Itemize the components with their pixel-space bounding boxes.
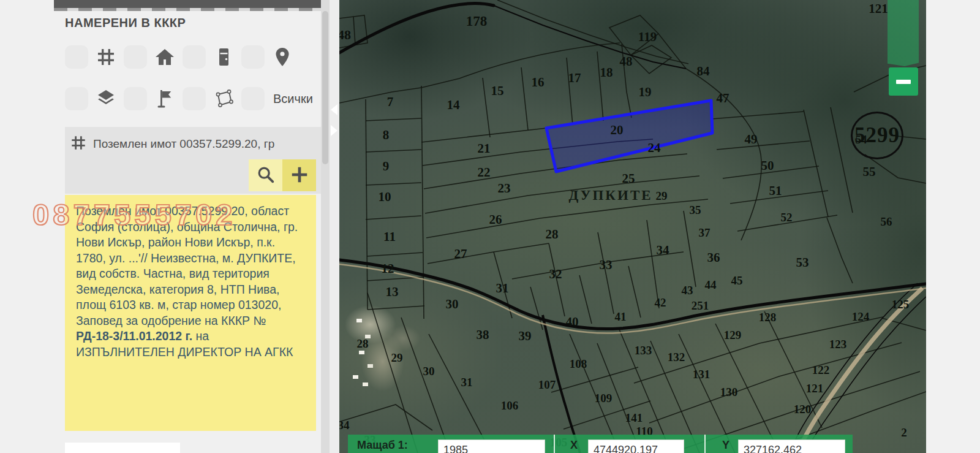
parcel-number-label: 31 <box>461 376 473 389</box>
y-label: Y <box>722 439 729 452</box>
parcel-group-number: 5299 <box>854 123 900 148</box>
search-results-sidebar: НАМЕРЕНИ В КККР <box>0 0 330 453</box>
y-coordinate-input[interactable] <box>738 440 845 453</box>
parcel-group-circle: 5299 <box>851 112 903 159</box>
parcel-number-label: 26 <box>489 212 502 227</box>
parcel-number-label: 43 <box>682 284 693 297</box>
add-parcel-button[interactable] <box>282 159 316 191</box>
partial-card <box>65 443 180 453</box>
checkbox-polygons[interactable] <box>183 87 206 110</box>
parcel-number-label: 10 <box>379 189 391 205</box>
parcel-number-label: 47 <box>717 91 729 106</box>
parcel-number-label: 17 <box>568 70 581 86</box>
scale-input[interactable] <box>438 440 545 453</box>
parcel-number-label: 37 <box>699 226 710 240</box>
grid-icon <box>70 134 87 154</box>
parcel-number-label: 16 <box>532 75 545 90</box>
locate-parcel-button[interactable] <box>249 159 282 191</box>
parcel-number-label: 27 <box>454 246 467 262</box>
parcel-number-label: 9 <box>383 159 390 174</box>
parcel-number-label: 29 <box>656 189 668 203</box>
parcel-number-label: 41 <box>615 310 627 324</box>
parcel-number-label: 19 <box>639 85 652 100</box>
parcel-number-label: 8 <box>383 128 390 143</box>
parcel-number-label: 56 <box>881 215 892 229</box>
parcel-number-label: 20 <box>611 123 624 138</box>
parcel-number-label: 131 <box>693 368 710 381</box>
parcel-number-label: 38 <box>477 327 489 343</box>
parcel-number-label: 15 <box>491 83 504 99</box>
parcel-number-label: 40 <box>566 314 579 330</box>
parcel-number-label: 53 <box>796 255 809 270</box>
found-in-kkkr-header: НАМЕРЕНИ В КККР <box>65 16 186 30</box>
order-number: РД-18-3/11.01.2012 г. <box>76 329 192 343</box>
parcel-number-label: 141 <box>625 411 643 425</box>
satellite-map[interactable]: 4817811912148841516171819477148212024499… <box>339 0 926 453</box>
parcel-number-label: 51 <box>769 183 782 199</box>
grid-icon <box>94 45 118 69</box>
zoom-out-button[interactable] <box>889 67 918 96</box>
parcel-number-label: 132 <box>668 351 685 364</box>
parcel-number-label: 108 <box>570 357 587 371</box>
result-buttons <box>249 159 316 191</box>
parcel-number-label: 29 <box>391 351 403 365</box>
sidebar-top-bar-dashes <box>54 8 330 11</box>
parcel-number-label: 106 <box>501 399 519 413</box>
parcel-number-label: 22 <box>478 165 491 180</box>
checkbox-buildings-layer[interactable] <box>124 45 147 69</box>
parcel-number-label: 12 <box>382 261 394 276</box>
parcel-number-label: 31 <box>496 281 509 296</box>
parcel-number-label: 50 <box>761 158 774 173</box>
parcel-number-label: 7 <box>387 94 394 110</box>
checkbox-entrances-layer[interactable] <box>183 45 206 69</box>
statusbar-separator <box>704 435 706 453</box>
filter-row-2: Всички <box>65 87 313 110</box>
parcel-number-label: 33 <box>600 257 612 273</box>
parcel-number-label: 55 <box>863 164 876 180</box>
statusbar-separator <box>554 435 555 453</box>
house-icon <box>153 45 176 69</box>
parcel-number-label: 130 <box>720 386 738 399</box>
place-name-label: ДУПКИТЕ <box>568 188 652 204</box>
highlighted-parcel-green <box>888 0 919 66</box>
parcel-number-label: 30 <box>423 365 435 378</box>
checkbox-flags[interactable] <box>124 87 147 110</box>
parcel-number-label: 123 <box>829 338 847 351</box>
parcel-number-label: 121 <box>806 382 824 395</box>
parcel-number-label: 35 <box>690 204 701 217</box>
parcel-number-label: 49 <box>745 132 758 147</box>
polygon-icon <box>212 87 235 110</box>
parcel-number-label: 52 <box>781 211 793 224</box>
checkbox-all[interactable] <box>241 87 265 110</box>
parcel-number-label: 32 <box>549 267 562 282</box>
parcel-number-label: 14 <box>447 97 460 113</box>
parcel-number-label: 28 <box>546 227 559 242</box>
scrollbar-thumb[interactable] <box>322 11 328 164</box>
parcel-number-layer: 4817811912148841516171819477148212024499… <box>339 0 926 453</box>
parcel-number-label: 34 <box>657 243 669 258</box>
parcel-number-label: 48 <box>339 27 351 43</box>
x-coordinate-input[interactable] <box>588 440 684 453</box>
checkbox-points-layer[interactable] <box>241 45 265 69</box>
minus-icon <box>896 80 911 84</box>
checkbox-grid-layer[interactable] <box>65 45 88 69</box>
result-item[interactable]: Поземлен имот 00357.5299.20, гр <box>65 127 321 194</box>
parcel-number-label: 121 <box>869 1 888 17</box>
collapse-left-icon[interactable] <box>331 104 337 115</box>
parcel-number-label: 122 <box>812 364 830 377</box>
checkbox-layers[interactable] <box>65 87 88 110</box>
layers-icon <box>94 87 118 110</box>
parcel-number-label: 30 <box>446 297 459 312</box>
sidebar-scrollbar[interactable] <box>321 0 330 453</box>
expand-right-icon[interactable] <box>331 125 337 136</box>
parcel-number-label: 119 <box>638 29 657 45</box>
sidebar-top-bar <box>54 0 330 8</box>
parcel-number-label: 39 <box>519 329 532 344</box>
result-line: Поземлен имот 00357.5299.20, гр <box>70 134 321 154</box>
parcel-number-label: 251 <box>692 299 709 313</box>
parcel-number-label: 124 <box>852 310 870 324</box>
result-text: Поземлен имот 00357.5299.20, гр <box>93 137 274 151</box>
plus-icon <box>290 165 309 186</box>
parcel-number-label: 18 <box>600 65 613 80</box>
cadastral-map-app: НАМЕРЕНИ В КККР <box>0 0 980 453</box>
